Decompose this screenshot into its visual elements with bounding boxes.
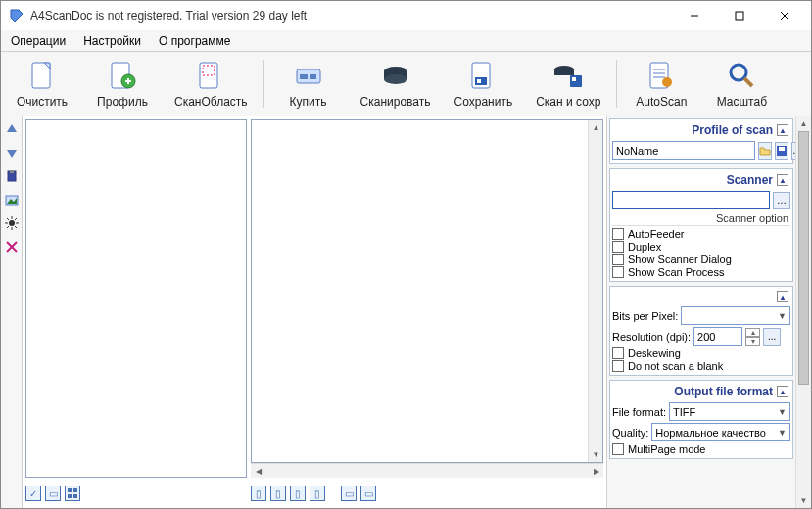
- spin-down-icon[interactable]: ▾: [745, 337, 760, 346]
- clipboard-icon[interactable]: [3, 167, 21, 185]
- scroll-right-icon[interactable]: ▶: [589, 464, 603, 479]
- collapse-icon[interactable]: ▴: [777, 124, 788, 136]
- menu-operations[interactable]: Операции: [5, 32, 72, 50]
- scan-button[interactable]: Сканировать: [350, 54, 442, 114]
- menu-about[interactable]: О программе: [153, 32, 236, 50]
- chk-label: AutoFeeder: [628, 228, 684, 240]
- scan-and-save-button[interactable]: Скан и сохр: [525, 54, 611, 114]
- delete-icon[interactable]: [3, 238, 21, 255]
- toolbar-label: Сканировать: [360, 95, 431, 109]
- collapse-icon[interactable]: ▴: [777, 386, 788, 397]
- profile-name-input[interactable]: [612, 141, 755, 160]
- svg-line-39: [7, 218, 9, 220]
- close-button[interactable]: [762, 2, 807, 29]
- quality-label: Quality:: [612, 427, 648, 439]
- single-view-icon[interactable]: ▭: [45, 486, 61, 501]
- collapse-icon[interactable]: ▴: [777, 291, 788, 302]
- buy-button[interactable]: Купить: [269, 54, 348, 114]
- preview-scroll-horizontal[interactable]: ◀ ▶: [251, 463, 603, 478]
- scroll-track[interactable]: [589, 135, 602, 447]
- minimize-button[interactable]: [672, 2, 717, 29]
- scanner-icon: [380, 60, 411, 91]
- chk-label: Deskewing: [628, 347, 681, 359]
- output-header[interactable]: Output file format ▴: [612, 383, 790, 400]
- autoscan-button[interactable]: AutoScan: [622, 54, 700, 114]
- svg-rect-46: [73, 488, 77, 492]
- layout-btn-6[interactable]: ▭: [360, 486, 376, 501]
- svg-rect-45: [68, 488, 72, 492]
- autofeeder-checkbox[interactable]: AutoFeeder: [612, 228, 790, 240]
- scanner-section: Scanner ▴ … Scanner option AutoFeeder Du…: [609, 168, 793, 282]
- file-format-label: File format:: [612, 406, 666, 418]
- scanarea-button[interactable]: СканОбласть: [164, 54, 259, 114]
- scroll-down-icon[interactable]: ▼: [589, 447, 603, 462]
- scroll-down-icon[interactable]: ▼: [796, 493, 811, 508]
- toolbar-label: Сохранить: [454, 95, 513, 109]
- svg-rect-22: [572, 77, 576, 81]
- arrow-down-icon[interactable]: [3, 144, 21, 162]
- toolbar-label: Масштаб: [717, 95, 767, 109]
- layout-btn-5[interactable]: ▭: [341, 486, 357, 501]
- profile-header[interactable]: Profile of scan ▴: [612, 121, 790, 139]
- buy-icon: [293, 60, 324, 91]
- save-button[interactable]: Сохранить: [444, 54, 524, 114]
- resolution-input[interactable]: [693, 327, 742, 346]
- brightness-icon[interactable]: [3, 214, 21, 232]
- clear-button[interactable]: Очистить: [3, 54, 81, 114]
- check-all-icon[interactable]: ✓: [25, 486, 41, 501]
- left-tool-strip: [1, 116, 23, 508]
- file-format-select[interactable]: TIFF▼: [669, 402, 790, 421]
- image-settings-section: ▴ Bits per Pixel: ▼ Resolution (dpi): ▴ …: [609, 286, 793, 376]
- chevron-down-icon: ▼: [775, 407, 787, 417]
- properties-scrollbar[interactable]: ▲ ▼: [795, 116, 811, 508]
- image-icon[interactable]: [3, 191, 21, 208]
- scroll-track[interactable]: [796, 131, 811, 493]
- menu-settings[interactable]: Настройки: [77, 32, 147, 50]
- grid-view-icon[interactable]: [65, 486, 80, 501]
- profile-button[interactable]: Профиль: [83, 54, 162, 114]
- deskew-checkbox[interactable]: Deskewing: [612, 347, 790, 359]
- scroll-left-icon[interactable]: ◀: [251, 464, 265, 479]
- image-settings-header[interactable]: ▴: [612, 289, 790, 304]
- preview-view[interactable]: ▲ ▼: [251, 119, 603, 463]
- quality-select[interactable]: Нормальное качество▼: [651, 423, 790, 441]
- browse-scanner-icon[interactable]: …: [773, 192, 790, 209]
- chevron-down-icon: ▼: [775, 428, 787, 438]
- arrow-up-icon[interactable]: [3, 120, 21, 138]
- scanner-header[interactable]: Scanner ▴: [612, 171, 790, 189]
- scroll-track[interactable]: [265, 464, 589, 478]
- preview-scroll-vertical[interactable]: ▲ ▼: [588, 120, 602, 462]
- chk-label: MultiPage mode: [628, 443, 706, 455]
- layout-btn-2[interactable]: ▯: [270, 486, 286, 501]
- multipage-checkbox[interactable]: MultiPage mode: [612, 443, 790, 455]
- bpp-select[interactable]: ▼: [681, 306, 790, 325]
- svg-rect-12: [310, 74, 316, 79]
- scroll-thumb[interactable]: [798, 131, 809, 385]
- layout-btn-3[interactable]: ▯: [290, 486, 306, 501]
- maximize-button[interactable]: [717, 2, 762, 29]
- toolbar: Очистить Профиль СканОбласть Купить Скан…: [1, 52, 811, 116]
- duplex-checkbox[interactable]: Duplex: [612, 241, 790, 253]
- layout-btn-1[interactable]: ▯: [251, 486, 266, 501]
- noblank-checkbox[interactable]: Do not scan a blank: [612, 360, 790, 372]
- show-process-checkbox[interactable]: Show Scan Process: [612, 266, 790, 278]
- layout-btn-4[interactable]: ▯: [310, 486, 325, 501]
- svg-rect-20: [554, 69, 574, 75]
- folder-open-icon[interactable]: [758, 142, 772, 160]
- collapse-icon[interactable]: ▴: [777, 174, 788, 186]
- scroll-up-icon[interactable]: ▲: [796, 116, 811, 131]
- zoom-button[interactable]: Масштаб: [702, 54, 781, 114]
- menubar: Операции Настройки О программе: [1, 30, 811, 52]
- svg-line-29: [744, 78, 752, 86]
- thumbnail-view[interactable]: [25, 119, 247, 478]
- svg-rect-47: [68, 494, 72, 498]
- svg-rect-11: [300, 74, 308, 79]
- spin-up-icon[interactable]: ▴: [745, 328, 760, 337]
- section-title: Scanner: [727, 173, 773, 187]
- show-dialog-checkbox[interactable]: Show Scanner Dialog: [612, 254, 790, 265]
- scanner-select-input[interactable]: [612, 191, 770, 209]
- resolution-more-icon[interactable]: ...: [763, 328, 781, 346]
- chk-label: Show Scanner Dialog: [628, 254, 732, 265]
- scroll-up-icon[interactable]: ▲: [589, 120, 603, 135]
- save-profile-icon[interactable]: [775, 142, 788, 160]
